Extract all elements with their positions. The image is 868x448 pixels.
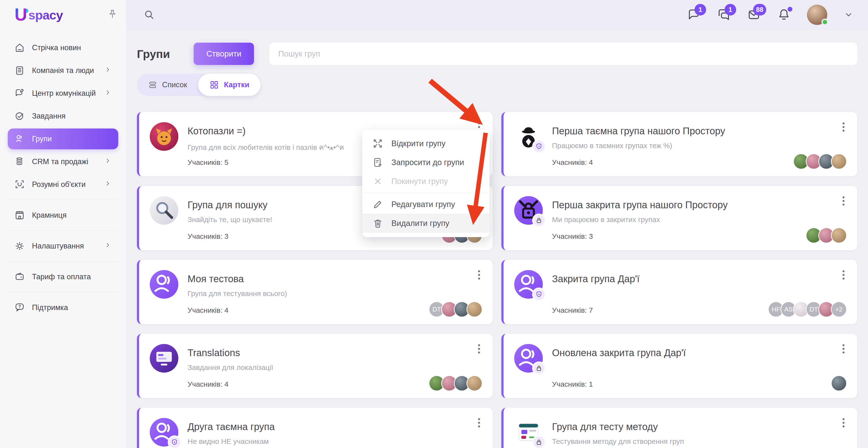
group-kebab-menu-icon[interactable]: [474, 416, 485, 429]
chevron-right-icon: [104, 65, 112, 76]
menu-item-label: Покинути групу: [391, 177, 448, 186]
group-card[interactable]: Оновлена закрита група Дар'їУчасників: 1: [501, 334, 857, 398]
sidebar-item-support[interactable]: ?Підтримка: [8, 297, 118, 318]
sidebar-item-label: CRM та продажі: [32, 157, 88, 166]
tasks-icon: [14, 111, 25, 122]
logo-u-glyph: U: [14, 7, 27, 22]
sidebar: U spacy Стрічка новинКомпанія та людиЦен…: [0, 0, 126, 448]
member-avatar-more: +2: [831, 301, 847, 317]
group-kebab-menu-icon[interactable]: [474, 342, 485, 356]
group-description: Працюємо в таємних групах теж %): [552, 142, 828, 150]
sidebar-item-settings[interactable]: Налаштування: [8, 236, 118, 257]
group-description: Завдання для локалізації: [188, 363, 464, 371]
group-card[interactable]: Друга таємна групаНе видно НЕ учасникам: [137, 408, 493, 448]
shield-badge-icon: [168, 436, 181, 448]
member-avatars-stack: [809, 228, 847, 243]
chat-icon[interactable]: 1: [687, 8, 701, 22]
sidebar-item-label: Компанія та люди: [32, 66, 94, 75]
mail-icon[interactable]: 88: [747, 8, 761, 22]
global-search-icon[interactable]: [143, 8, 156, 21]
group-card[interactable]: Закрита група Дар'їУчасників: 7HFASDT+2: [501, 260, 857, 324]
menu-item-label: Редагувати групу: [391, 200, 455, 209]
member-avatar: [831, 228, 847, 243]
sidebar-item-comms[interactable]: Центр комунікацій: [8, 83, 118, 104]
menu-item-label: Запросити до групи: [391, 158, 464, 167]
groups-page: Групи Створити Список: [126, 30, 868, 448]
group-members-count: Учасників: 7: [552, 306, 593, 315]
sidebar-item-tasks[interactable]: Завдання: [8, 106, 118, 126]
group-description: Група для тестування всього): [188, 290, 464, 298]
user-avatar[interactable]: [807, 5, 827, 25]
chat-badge: 1: [694, 4, 706, 16]
group-kebab-menu-icon[interactable]: [838, 268, 849, 282]
member-avatars-stack: DT: [432, 301, 483, 317]
group-description: Тестування методу для створення груп: [552, 437, 828, 446]
sidebar-item-tariff[interactable]: Тариф та оплата: [8, 266, 118, 287]
menu-item-invite[interactable]: Запросити до групи: [362, 153, 490, 172]
sidebar-item-groups[interactable]: Групи: [8, 128, 118, 149]
home-icon: [14, 42, 25, 53]
group-card[interactable]: Перша таємна група нашого ПросторуПрацює…: [501, 112, 857, 176]
trash-icon: [372, 218, 383, 229]
group-members-count: Учасників: 4: [188, 306, 228, 315]
group-kebab-menu-icon[interactable]: [838, 194, 849, 208]
sidebar-item-label: Розумні об'єкти: [32, 180, 86, 189]
sidebar-divider: [7, 231, 119, 231]
sidebar-item-newsfeed[interactable]: Стрічка новин: [8, 37, 118, 58]
invite-icon: [372, 157, 383, 168]
group-card[interactable]: Перша закрита група нашого ПросторуМи пр…: [501, 186, 857, 250]
view-toggle-list[interactable]: Список: [137, 74, 198, 96]
smart-objects-icon: [14, 179, 25, 190]
group-kebab-menu-icon[interactable]: [838, 416, 849, 429]
shield-badge-icon: [532, 140, 546, 153]
main-pane: 1 1 88: [126, 0, 868, 448]
notifications-bell-icon[interactable]: [777, 8, 791, 22]
cat-avatar-icon: [150, 122, 178, 151]
list-view-icon: [148, 80, 157, 89]
sidebar-item-company[interactable]: Компанія та люди: [8, 60, 118, 81]
view-toggle: Список Картки: [137, 74, 260, 96]
close-icon: [372, 176, 383, 187]
profile-chevron-down-icon[interactable]: [843, 9, 854, 20]
sidebar-item-label: Завдання: [32, 112, 65, 120]
create-group-button[interactable]: Створити: [194, 43, 254, 65]
group-members-count: Учасників: 3: [552, 232, 593, 240]
chevron-right-icon: [104, 88, 112, 98]
group-card[interactable]: TranslationsЗавдання для локалізаціїУчас…: [137, 334, 493, 398]
group-avatar: [150, 196, 178, 225]
member-avatar: [831, 153, 847, 170]
group-card[interactable]: Група для тесту методуТестування методу …: [501, 408, 857, 448]
group-title: Закрита група Дар'ї: [552, 273, 828, 285]
group-members-count: Учасників: 5: [188, 158, 228, 167]
member-avatar: [831, 375, 847, 391]
group-context-menu: Відкрити групуЗапросити до групиПокинути…: [362, 130, 490, 237]
view-toggle-cards[interactable]: Картки: [198, 74, 260, 96]
group-kebab-menu-icon[interactable]: [838, 342, 849, 356]
cards-view-icon: [209, 80, 219, 90]
group-title: Друга таємна група: [188, 421, 464, 432]
group-title: Translations: [188, 348, 464, 358]
menu-item-trash[interactable]: Видалити групу: [362, 214, 490, 233]
menu-item-expand[interactable]: Відкрити групу: [362, 134, 490, 153]
group-avatar: [150, 270, 178, 299]
groups-search-input[interactable]: [270, 43, 857, 65]
wallet-icon: [14, 271, 25, 282]
group-members-count: Учасників: 3: [188, 232, 228, 240]
sidebar-item-crm[interactable]: CRM та продажі: [8, 151, 118, 172]
sidebar-item-smart-objects[interactable]: Розумні об'єкти: [8, 174, 118, 195]
pin-sidebar-icon[interactable]: [107, 9, 118, 21]
support-icon: ?: [14, 302, 25, 313]
group-avatar: [514, 196, 543, 225]
mail-badge: 88: [753, 4, 766, 16]
group-members-count: Учасників: 4: [188, 380, 228, 388]
group-card[interactable]: Моя тестоваГрупа для тестування всього)У…: [137, 260, 493, 324]
sidebar-item-label: Підтримка: [32, 303, 68, 312]
svg-text:?: ?: [18, 304, 21, 309]
uspacy-logo[interactable]: U spacy: [14, 7, 63, 22]
sidebar-item-store[interactable]: Крамниця: [8, 205, 118, 226]
search-avatar-icon: [150, 196, 178, 225]
menu-item-edit[interactable]: Редагувати групу: [362, 195, 490, 214]
group-kebab-menu-icon[interactable]: [474, 268, 485, 282]
group-chats-icon[interactable]: 1: [717, 8, 731, 22]
group-kebab-menu-icon[interactable]: [838, 120, 849, 134]
